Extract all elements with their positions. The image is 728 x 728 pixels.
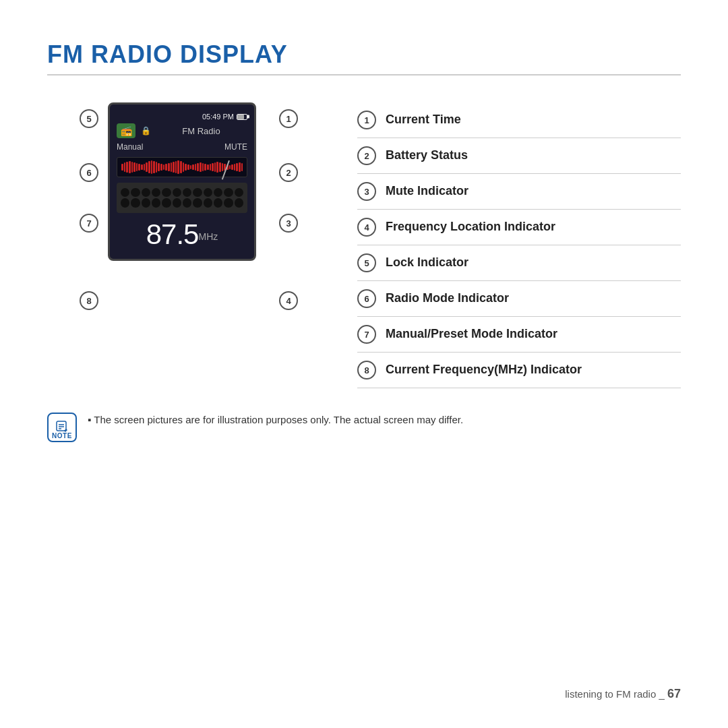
radio-icon-box: 📻 <box>117 123 135 138</box>
bar-seg <box>229 165 231 169</box>
label-row-4: 4 Frequency Location Indicator <box>357 210 681 245</box>
label-num-4: 4 <box>357 218 376 237</box>
callout-4-right: 4 <box>279 291 298 310</box>
frequency-display: 87.5MHz <box>117 218 247 251</box>
bar-seg <box>207 164 209 170</box>
bar-seg <box>190 165 192 169</box>
bar-seg <box>173 162 175 173</box>
label-text-1: Current Time <box>386 112 461 127</box>
label-text-6: Radio Mode Indicator <box>386 291 509 306</box>
bar-seg <box>200 162 202 172</box>
footer: listening to FM radio _ 67 <box>565 687 681 701</box>
bar-seg <box>180 161 182 173</box>
bar-seg <box>231 164 233 170</box>
callout-6-left: 6 <box>80 163 98 182</box>
bar-seg <box>124 162 126 172</box>
bar-seg <box>151 160 153 174</box>
bar-seg <box>131 162 133 173</box>
bar-seg <box>214 162 216 172</box>
callout-3-right: 3 <box>279 214 298 233</box>
label-row-7: 7 Manual/Preset Mode Indicator <box>357 317 681 353</box>
radio-icon: 📻 <box>121 126 132 135</box>
bar-seg <box>136 163 138 171</box>
note-text: ▪The screen pictures are for illustratio… <box>88 413 463 428</box>
label-text-5: Lock Indicator <box>386 255 468 270</box>
bar-seg <box>165 164 167 171</box>
bar-seg <box>156 162 158 173</box>
bar-seg <box>187 164 189 170</box>
bar-seg <box>175 161 177 173</box>
lock-icon: 🔒 <box>141 126 151 135</box>
label-row-3: 3 Mute Indicator <box>357 174 681 210</box>
bar-seg <box>168 163 170 171</box>
callout-1-right: 1 <box>279 109 298 128</box>
bar-seg <box>204 164 206 171</box>
speaker-grill <box>117 183 247 213</box>
label-num-6: 6 <box>357 289 376 308</box>
bar-seg <box>129 161 131 173</box>
content-area: 5 6 7 8 1 2 3 4 <box>47 102 681 388</box>
note-icon: NOTE <box>47 413 77 442</box>
svg-rect-8 <box>57 421 66 431</box>
page-title: FM RADIO DISPLAY <box>47 40 681 69</box>
screen-time: 05:49 PM <box>202 113 234 121</box>
label-text-8: Current Frequency(MHz) Indicator <box>386 362 582 377</box>
bar-seg <box>158 163 160 171</box>
label-num-2: 2 <box>357 146 376 165</box>
bar-seg <box>163 164 165 170</box>
bar-seg <box>236 163 238 171</box>
callout-2-right: 2 <box>279 163 298 182</box>
screen-mode-row: Manual MUTE <box>117 142 247 152</box>
mode-text: Manual <box>117 142 143 152</box>
device-area: 5 6 7 8 1 2 3 4 <box>47 102 330 261</box>
device-illustration: 05:49 PM 📻 🔒 FM Radio <box>108 102 256 261</box>
label-num-1: 1 <box>357 111 376 129</box>
bar-seg <box>195 164 197 171</box>
bar-seg <box>160 164 162 171</box>
label-row-1: 1 Current Time <box>357 102 681 138</box>
screen-header: 📻 🔒 FM Radio <box>117 123 247 138</box>
bar-seg <box>133 162 135 172</box>
callout-8-left: 8 <box>80 291 98 310</box>
bar-seg <box>210 164 212 171</box>
bar-seg <box>121 164 123 171</box>
page-container: FM RADIO DISPLAY 5 6 7 8 1 2 3 4 <box>0 0 728 728</box>
label-text-3: Mute Indicator <box>386 183 468 199</box>
label-row-8: 8 Current Frequency(MHz) Indicator <box>357 353 681 388</box>
bar-seg <box>138 164 140 171</box>
bar-seg <box>153 161 155 173</box>
note-label: NOTE <box>49 432 75 439</box>
bar-seg <box>126 162 128 173</box>
bar-seg <box>185 164 187 171</box>
bar-seg <box>241 163 243 171</box>
bar-seg <box>141 164 143 170</box>
bar-seg <box>212 163 214 171</box>
label-text-4: Frequency Location Indicator <box>386 219 555 235</box>
bar-seg <box>183 162 185 172</box>
bar-seg <box>148 161 150 173</box>
fm-radio-label: FM Radio <box>155 126 247 136</box>
bar-seg <box>222 163 224 171</box>
note-section: NOTE ▪The screen pictures are for illust… <box>47 413 681 442</box>
bar-seg <box>216 162 218 173</box>
mute-text: MUTE <box>224 142 247 152</box>
label-text-7: Manual/Preset Mode Indicator <box>386 326 557 342</box>
frequency-bar-container <box>117 157 247 177</box>
freq-mhz-unit: MHz <box>198 231 218 241</box>
label-num-5: 5 <box>357 253 376 272</box>
bar-seg <box>192 164 194 170</box>
bar-seg <box>144 164 146 171</box>
device-screen: 05:49 PM 📻 🔒 FM Radio <box>108 102 256 261</box>
label-row-2: 2 Battery Status <box>357 138 681 174</box>
label-row-5: 5 Lock Indicator <box>357 245 681 281</box>
bar-seg <box>234 164 236 171</box>
bar-seg <box>239 162 241 172</box>
callout-7-left: 7 <box>80 214 98 233</box>
battery-icon <box>237 114 247 120</box>
freq-number: 87.5 <box>146 218 199 250</box>
note-bullet: ▪ <box>88 414 91 425</box>
title-divider <box>47 74 681 75</box>
footer-page: 67 <box>667 687 681 700</box>
label-num-3: 3 <box>357 182 376 201</box>
bar-seg <box>177 160 179 174</box>
